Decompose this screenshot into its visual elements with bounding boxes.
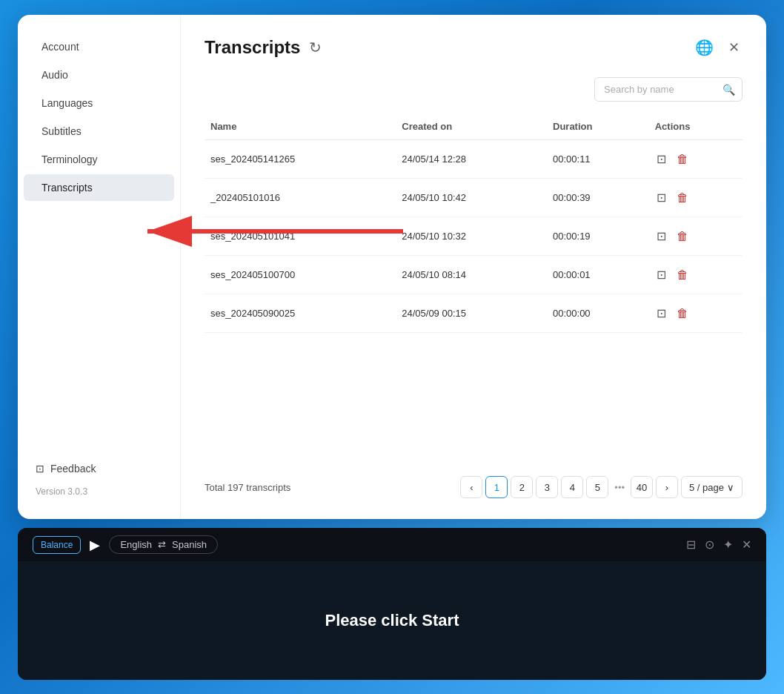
page-2-button[interactable]: 2: [511, 476, 533, 498]
search-container: 🔍: [205, 77, 743, 102]
player-right-controls: ⊟ ⊙ ✦ ✕: [686, 538, 751, 552]
target-language: Spanish: [172, 539, 207, 550]
cell-duration: 00:00:11: [547, 140, 649, 179]
cell-duration: 00:00:39: [547, 179, 649, 217]
source-language: English: [120, 539, 152, 550]
main-content-area: Transcripts ↻ 🌐 ✕ 🔍 Name Created on D: [181, 15, 766, 519]
play-icon: ▶: [90, 538, 100, 552]
cell-name: ses_202405141265: [205, 140, 396, 179]
page-5-button[interactable]: 5: [586, 476, 608, 498]
col-header-duration: Duration: [547, 113, 649, 140]
settings-button[interactable]: ⊙: [705, 538, 714, 552]
cell-created: 24/05/10 08:14: [396, 256, 547, 294]
cell-created: 24/05/09 00:15: [396, 294, 547, 333]
search-icon: 🔍: [722, 84, 735, 96]
sidebar: Account Audio Languages Subtitles Termin…: [18, 15, 181, 519]
pagination: Total 197 transcripts ‹ 1 2 3 4 5 ••• 40…: [205, 476, 743, 498]
player-main-area: Please click Start: [18, 561, 766, 680]
swap-icon: ⇄: [158, 539, 166, 550]
transcripts-table: Name Created on Duration Actions ses_202…: [205, 113, 743, 461]
cell-actions: ⊡ 🗑: [649, 256, 743, 294]
table-row: ses_202405100700 24/05/10 08:14 00:00:01…: [205, 256, 743, 294]
balance-button[interactable]: Balance: [33, 536, 81, 554]
per-page-selector[interactable]: 5 / page ∨: [681, 476, 743, 498]
main-modal: Account Audio Languages Subtitles Termin…: [18, 15, 766, 519]
search-wrapper: 🔍: [594, 77, 743, 102]
player-left-controls: Balance ▶ English ⇄ Spanish: [33, 535, 218, 554]
cell-actions: ⊡ 🗑: [649, 217, 743, 256]
sidebar-item-subtitles[interactable]: Subtitles: [24, 118, 174, 145]
delete-transcript-button[interactable]: 🗑: [675, 151, 690, 168]
page-1-button[interactable]: 1: [485, 476, 508, 498]
page-3-button[interactable]: 3: [536, 476, 558, 498]
sidebar-item-audio[interactable]: Audio: [24, 62, 174, 88]
cell-actions: ⊡ 🗑: [649, 140, 743, 179]
table-row: _202405101016 24/05/10 10:42 00:00:39 ⊡ …: [205, 179, 743, 217]
table-row: ses_202405101041 24/05/10 10:32 00:00:19…: [205, 217, 743, 256]
cell-actions: ⊡ 🗑: [649, 179, 743, 217]
language-selector[interactable]: English ⇄ Spanish: [109, 535, 218, 554]
view-transcript-button[interactable]: ⊡: [655, 151, 668, 168]
search-input[interactable]: [594, 77, 743, 102]
feedback-icon: ⊡: [36, 463, 44, 475]
next-page-button[interactable]: ›: [656, 476, 678, 498]
close-button[interactable]: ✕: [725, 36, 743, 59]
cell-name: ses_202405101041: [205, 217, 396, 256]
player-controls: Balance ▶ English ⇄ Spanish ⊟ ⊙ ✦ ✕: [18, 528, 766, 561]
page-4-button[interactable]: 4: [561, 476, 583, 498]
table-row: ses_202405090025 24/05/09 00:15 00:00:00…: [205, 294, 743, 333]
loading-spinner: ↻: [309, 39, 322, 56]
col-header-created: Created on: [396, 113, 547, 140]
cell-created: 24/05/14 12:28: [396, 140, 547, 179]
page-controls: ‹ 1 2 3 4 5 ••• 40 › 5 / page ∨: [460, 476, 743, 498]
cell-created: 24/05/10 10:32: [396, 217, 547, 256]
view-transcript-button[interactable]: ⊡: [655, 228, 668, 245]
sidebar-item-transcripts[interactable]: Transcripts: [24, 174, 174, 201]
delete-transcript-button[interactable]: 🗑: [675, 190, 690, 206]
chevron-down-icon: ∨: [727, 482, 734, 493]
delete-transcript-button[interactable]: 🗑: [675, 228, 690, 245]
table-row: ses_202405141265 24/05/14 12:28 00:00:11…: [205, 140, 743, 179]
view-transcript-button[interactable]: ⊡: [655, 189, 668, 206]
feedback-button[interactable]: ⊡ Feedback: [18, 455, 180, 482]
modal-header: Transcripts ↻ 🌐 ✕: [205, 36, 743, 59]
delete-transcript-button[interactable]: 🗑: [675, 267, 690, 283]
sidebar-item-terminology[interactable]: Terminology: [24, 146, 174, 173]
col-header-actions: Actions: [649, 113, 743, 140]
globe-button[interactable]: 🌐: [692, 36, 717, 59]
total-label: Total 197 transcripts: [205, 482, 290, 493]
prev-page-button[interactable]: ‹: [460, 476, 482, 498]
player-placeholder-text: Please click Start: [325, 611, 459, 630]
cell-duration: 00:00:19: [547, 217, 649, 256]
cell-created: 24/05/10 10:42: [396, 179, 547, 217]
view-transcript-button[interactable]: ⊡: [655, 266, 668, 283]
player-bar: Balance ▶ English ⇄ Spanish ⊟ ⊙ ✦ ✕ Plea…: [18, 528, 766, 680]
cell-name: ses_202405100700: [205, 256, 396, 294]
cell-name: _202405101016: [205, 179, 396, 217]
play-button[interactable]: ▶: [90, 537, 100, 553]
cell-name: ses_202405090025: [205, 294, 396, 333]
version-label: Version 3.0.3: [18, 482, 180, 501]
page-title: Transcripts: [205, 37, 300, 58]
title-area: Transcripts ↻: [205, 37, 322, 58]
ellipsis: •••: [611, 482, 628, 493]
sidebar-item-account[interactable]: Account: [24, 33, 174, 60]
delete-transcript-button[interactable]: 🗑: [675, 305, 690, 322]
subtitles-button[interactable]: ⊟: [686, 538, 696, 552]
player-close-button[interactable]: ✕: [742, 538, 751, 552]
last-page-button[interactable]: 40: [631, 476, 653, 498]
sidebar-item-languages[interactable]: Languages: [24, 90, 174, 116]
cell-duration: 00:00:00: [547, 294, 649, 333]
col-header-name: Name: [205, 113, 396, 140]
header-actions: 🌐 ✕: [692, 36, 743, 59]
pin-button[interactable]: ✦: [723, 538, 733, 552]
view-transcript-button[interactable]: ⊡: [655, 305, 668, 322]
cell-duration: 00:00:01: [547, 256, 649, 294]
cell-actions: ⊡ 🗑: [649, 294, 743, 333]
table-header-row: Name Created on Duration Actions: [205, 113, 743, 140]
